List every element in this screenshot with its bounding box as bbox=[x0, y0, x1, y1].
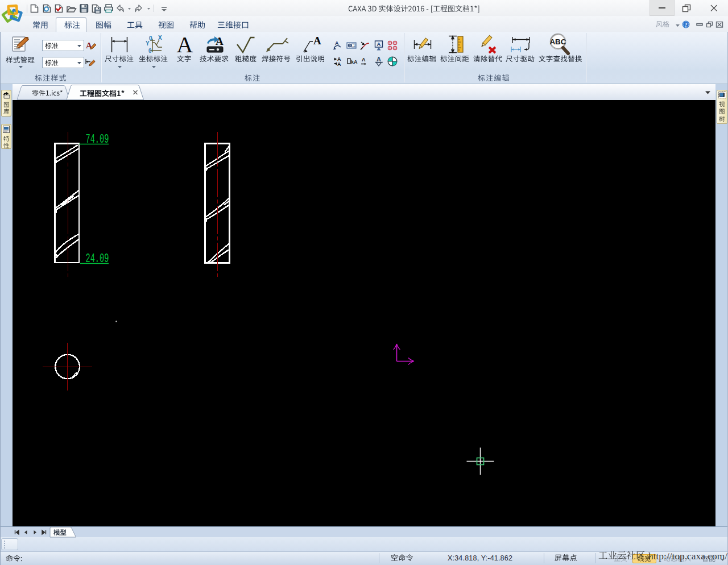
svg-text:A: A bbox=[337, 61, 341, 67]
svg-text:A: A bbox=[362, 57, 366, 63]
svg-text:A: A bbox=[216, 35, 224, 47]
svg-text:A: A bbox=[377, 56, 381, 63]
svg-text:0: 0 bbox=[149, 35, 152, 41]
svg-text:A: A bbox=[177, 32, 193, 57]
svg-text:ABC: ABC bbox=[549, 38, 566, 46]
svg-text:A: A bbox=[377, 41, 381, 47]
svg-text:?: ? bbox=[685, 22, 688, 28]
svg-text:kA: kA bbox=[351, 59, 358, 65]
svg-text:Y: Y bbox=[146, 40, 150, 47]
svg-text:A: A bbox=[313, 35, 321, 47]
svg-text:0: 0 bbox=[148, 48, 152, 54]
svg-text:.1: .1 bbox=[352, 43, 355, 47]
svg-text:X: X bbox=[158, 35, 162, 41]
svg-text:A: A bbox=[335, 40, 339, 46]
